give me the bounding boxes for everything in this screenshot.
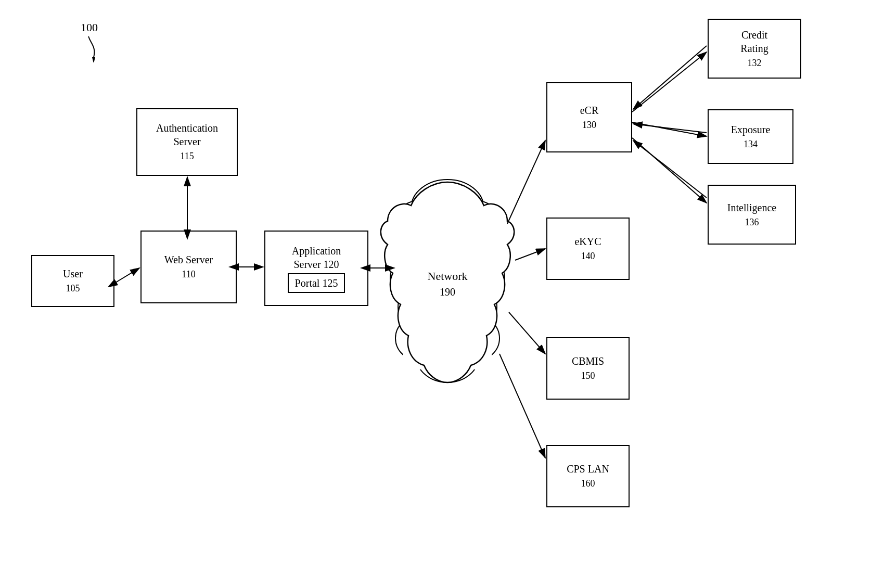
- web-server-label: Web Server: [164, 253, 213, 266]
- auth-server-id: 115: [180, 150, 194, 162]
- ekyc-node: eKYC 140: [546, 218, 630, 280]
- intelligence-ecr-arrow: [633, 140, 707, 198]
- app-server-label: ApplicationServer 120: [292, 244, 341, 271]
- user-node: User 105: [31, 255, 114, 307]
- cbmis-node: CBMIS 150: [546, 337, 630, 400]
- figure-label-squiggle: [78, 31, 109, 62]
- exposure-node: Exposure 134: [708, 109, 793, 164]
- auth-server-node: AuthenticationServer 115: [136, 108, 238, 176]
- ekyc-label: eKYC: [574, 235, 601, 248]
- exposure-id: 134: [744, 138, 758, 150]
- creditrating-ecr-arrow: [633, 46, 707, 109]
- intelligence-node: Intelligence 136: [708, 185, 796, 245]
- exposure-ecr-arrow: [633, 124, 707, 133]
- intelligence-id: 136: [745, 216, 759, 228]
- cps-lan-id: 160: [581, 478, 595, 490]
- app-server-node: ApplicationServer 120 Portal 125: [264, 231, 368, 306]
- web-server-id: 110: [182, 269, 195, 280]
- intelligence-label: Intelligence: [727, 201, 776, 214]
- cps-lan-label: CPS LAN: [567, 462, 609, 476]
- ecr-intelligence-arrow: [632, 138, 707, 203]
- cps-lan-node: CPS LAN 160: [546, 445, 630, 507]
- portal-inner-box: Portal 125: [288, 273, 345, 293]
- svg-marker-18: [92, 57, 95, 62]
- ecr-node: eCR 130: [546, 82, 632, 152]
- diagram: 100 User 105 Web Server 110 Authenticati…: [0, 0, 884, 588]
- ecr-label: eCR: [580, 104, 599, 117]
- ecr-exposure-arrow: [632, 122, 707, 136]
- ekyc-id: 140: [581, 250, 595, 262]
- network-cloud: Network 190: [375, 167, 520, 392]
- exposure-label: Exposure: [731, 123, 771, 136]
- user-webserver-arrow: [116, 268, 139, 283]
- credit-rating-label: CreditRating: [740, 28, 768, 55]
- cbmis-id: 150: [581, 370, 595, 382]
- auth-server-label: AuthenticationServer: [156, 121, 218, 148]
- credit-rating-node: CreditRating 132: [708, 19, 801, 79]
- svg-text:Network: Network: [428, 270, 468, 283]
- web-server-node: Web Server 110: [140, 231, 237, 303]
- user-id: 105: [66, 283, 80, 295]
- svg-text:190: 190: [440, 286, 455, 298]
- cbmis-label: CBMIS: [572, 354, 604, 368]
- user-label: User: [63, 267, 83, 280]
- credit-rating-id: 132: [748, 57, 762, 69]
- ecr-id: 130: [582, 119, 596, 131]
- ecr-creditrating-arrow: [632, 52, 707, 112]
